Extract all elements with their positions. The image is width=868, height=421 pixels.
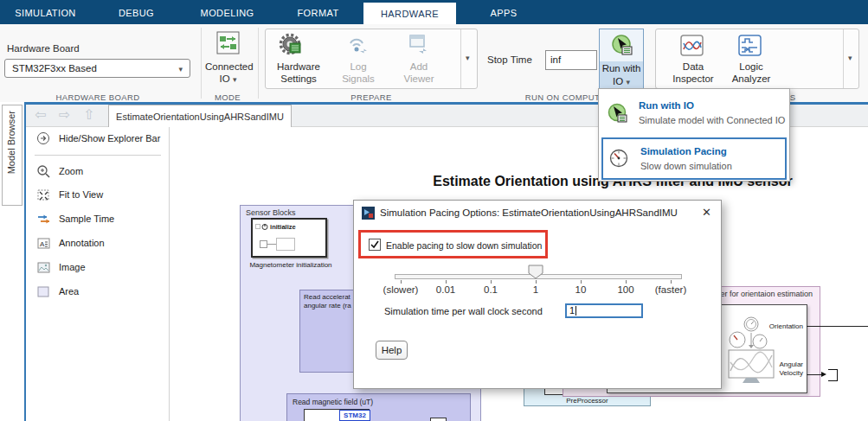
chevron-down-icon: ▾ [178, 61, 183, 78]
hardware-settings-button[interactable]: Hardware Settings [267, 61, 330, 85]
sample-time-icon [36, 212, 51, 226]
magnetometer-initialize-block[interactable]: initialize [251, 218, 327, 258]
zoom-icon [36, 164, 51, 179]
hardware-board-value: STM32F3xx Based [12, 63, 97, 73]
menubar: SIMULATION DEBUG MODELING FORMAT HARDWAR… [0, 0, 868, 24]
tab-format[interactable]: FORMAT [273, 0, 363, 24]
up-arrow-icon[interactable]: ⇧ [83, 106, 94, 123]
data-inspector-button[interactable]: Data Inspector [663, 61, 723, 85]
run-with-io-dropdown-menu: Run with IO Simulate model with Connecte… [598, 88, 790, 182]
signal-line-angular [807, 374, 822, 375]
palette-item-zoom[interactable]: Zoom [26, 163, 169, 182]
palette-item-sample-time[interactable]: Sample Time [26, 210, 169, 229]
annotation-icon: A [36, 236, 51, 251]
logic-analyzer-button[interactable]: Logic Analyzer [721, 61, 781, 85]
preprocessor-label: PreProcessor [524, 397, 650, 405]
magnetometer-caption: Magnetometer initialization [228, 261, 353, 269]
run-with-io-icon [611, 34, 633, 56]
tab-debug[interactable]: DEBUG [91, 0, 182, 24]
pacing-slider-handle[interactable] [528, 265, 543, 283]
menu-item-simulation-pacing[interactable]: Simulation Pacing Slow down simulation [601, 137, 787, 180]
divider [843, 29, 844, 88]
palette-item-annotation[interactable]: A Annotation [26, 234, 169, 253]
model-browser-tab[interactable]: Model Browser [2, 105, 23, 206]
palette-panel: Hide/Show Explorer Bar Zoom Fit to View … [26, 127, 170, 421]
tab-modeling[interactable]: MODELING [182, 0, 273, 24]
data-inspector-icon [680, 35, 704, 57]
image-icon [36, 260, 51, 275]
palette-item-image[interactable]: Image [26, 258, 169, 277]
fit-to-view-icon [36, 188, 51, 202]
logic-analyzer-icon [738, 35, 762, 57]
sensor-blocks-label: Sensor Blocks [246, 208, 296, 217]
signal-arrow [821, 372, 826, 377]
document-tab[interactable]: EstimateOrientationUsingAHRSandIMU [108, 105, 292, 127]
tab-hardware[interactable]: HARDWARE [363, 3, 456, 24]
slider-label-01: 0.1 [484, 284, 498, 295]
divider [258, 28, 259, 99]
stop-time-input[interactable]: inf [545, 50, 597, 70]
help-button[interactable]: Help [376, 341, 408, 360]
add-viewer-icon [407, 33, 433, 57]
magnetic-subblock-2 [430, 418, 447, 421]
enable-pacing-checkbox[interactable] [369, 239, 381, 251]
simulation-pacing-icon [609, 149, 630, 169]
tab-simulation[interactable]: SIMULATION [0, 0, 91, 24]
slider-label-slower: (slower) [383, 284, 419, 295]
hardware-board-label: Hardware Board [7, 43, 80, 54]
run-with-io-menu-icon [608, 103, 628, 124]
close-icon[interactable]: ✕ [702, 206, 711, 219]
divider [201, 28, 202, 99]
divider [460, 29, 461, 88]
menu-item-run-with-io[interactable]: Run with IO [639, 100, 694, 111]
review-overflow-button[interactable]: ▾ [848, 54, 852, 62]
svg-text:A: A [40, 240, 45, 248]
read-magnetic-field-label: Read magnetic field (uT) [293, 398, 373, 406]
slider-label-faster: (faster) [655, 284, 686, 295]
add-viewer-button[interactable]: Add Viewer [394, 61, 444, 85]
run-with-io-button[interactable]: Run with IO ▾ [599, 29, 644, 89]
connected-io-button[interactable]: Connected IO ▾ [205, 61, 251, 86]
section-prepare: PREPARE [350, 92, 392, 102]
menu-item-run-with-io-subtitle: Simulate model with Connected IO [639, 115, 785, 125]
hardware-settings-icon [279, 33, 305, 57]
tab-apps[interactable]: APPS [456, 0, 551, 24]
dialog-title: Simulation Pacing Options: EstimateOrien… [380, 207, 678, 218]
time-per-wallclock-input[interactable]: 1 [565, 303, 643, 318]
prepare-overflow-button[interactable]: ▾ [466, 54, 470, 62]
area-icon [36, 284, 51, 299]
connected-io-line1: Connected [205, 61, 251, 73]
connected-io-line2: IO ▾ [205, 73, 251, 86]
back-arrow-icon[interactable]: ⇦ [35, 106, 46, 123]
prepare-group: Hardware Settings Log Signals Add Viewer… [265, 29, 478, 89]
hardware-board-combobox[interactable]: STM32F3xx Based ▾ [4, 59, 190, 78]
log-signals-icon [345, 33, 371, 57]
enable-pacing-label: Enable pacing to slow down simulation [386, 240, 542, 251]
palette-item-area[interactable]: Area [26, 283, 169, 302]
highlight-red-box: Enable pacing to slow down simulation [358, 230, 548, 258]
slider-label-1: 1 [533, 284, 538, 295]
forward-arrow-icon[interactable]: ⇨ [59, 106, 70, 123]
slider-label-001: 0.01 [436, 284, 455, 295]
signal-line-orientation [807, 326, 868, 327]
dialog-icon [362, 207, 375, 220]
read-magnetic-field-block[interactable]: Read magnetic field (uT) STM32 [286, 393, 471, 421]
palette-item-fit-to-view[interactable]: Fit to View [26, 186, 169, 205]
divider [35, 155, 161, 156]
log-signals-button[interactable]: Log Signals [333, 61, 383, 85]
connected-io-icon[interactable] [216, 31, 240, 54]
run-with-io-label: Run with IO ▾ [600, 61, 643, 89]
time-per-wallclock-label: Simulation time per wall clock second [384, 306, 543, 316]
hide-show-explorer-icon [36, 131, 51, 146]
stop-time-label: Stop Time [487, 54, 532, 65]
slider-label-10: 10 [575, 284, 587, 295]
filter-region-label: filter for orientaion estimation [712, 290, 813, 298]
review-results-group: Data Inspector Logic Analyzer ▾ [655, 29, 859, 89]
simulation-pacing-dialog: Simulation Pacing Options: EstimateOrien… [353, 200, 722, 389]
section-mode: MODE [215, 92, 241, 102]
stm32-label: STM32 [339, 410, 370, 421]
slider-label-100: 100 [617, 284, 633, 295]
section-hardware-board: HARDWARE BOARD [55, 92, 139, 102]
palette-item-hide-show-explorer[interactable]: Hide/Show Explorer Bar [26, 130, 169, 149]
terminator-block [828, 369, 838, 381]
